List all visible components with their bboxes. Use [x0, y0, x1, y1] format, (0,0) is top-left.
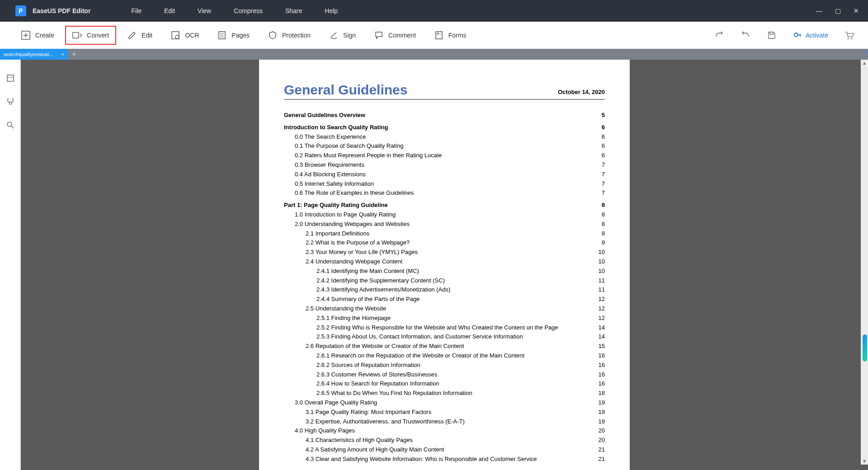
shield-icon: [268, 30, 278, 40]
undo-icon[interactable]: [741, 30, 750, 40]
scroll-up-icon[interactable]: ▲: [862, 61, 867, 66]
convert-button[interactable]: Convert: [65, 26, 116, 45]
close-tab-icon[interactable]: ×: [61, 52, 64, 57]
file-tab[interactable]: searchqualityevaluat... ×: [0, 49, 68, 60]
convert-icon: [72, 30, 82, 40]
toc-page: 19: [591, 417, 605, 427]
toc-page: 7: [591, 188, 605, 198]
toc-line: 2.4.2 Identifying the Supplementary Cont…: [284, 276, 605, 286]
redo-icon[interactable]: [714, 30, 724, 40]
toc-line: 2.4.4 Summary of the Parts of the Page12: [284, 295, 605, 304]
toc-page: 21: [591, 445, 605, 455]
toc-line: 2.4.3 Identifying Advertisements/Monetiz…: [284, 285, 605, 295]
sign-button[interactable]: Sign: [321, 26, 363, 45]
toc-page: 19: [591, 398, 605, 408]
toc-line: 2.6.2 Sources of Reputation Information1…: [284, 361, 605, 370]
comment-button[interactable]: Comment: [367, 26, 423, 45]
menu-file[interactable]: File: [131, 7, 142, 14]
toolbar: Create Convert Edit OCR Pages Protection…: [0, 22, 868, 49]
toc-page: 9: [591, 238, 605, 248]
menubar: File Edit View Compress Share Help: [131, 7, 338, 14]
menu-help[interactable]: Help: [325, 7, 338, 14]
create-button[interactable]: Create: [14, 26, 61, 45]
toc-text: 2.4.1 Identifying the Main Content (MC): [316, 267, 591, 276]
chat-icon: [374, 30, 384, 40]
toc-text: 4.0 High Quality Pages: [295, 426, 591, 436]
toc-text: 2.4 Understanding Webpage Content: [306, 257, 591, 267]
toc-line: 2.6.4 How to Search for Reputation Infor…: [284, 379, 605, 389]
toc-line: 3.1 Page Quality Rating: Most Important …: [284, 408, 605, 417]
menu-view[interactable]: View: [198, 7, 211, 14]
toc-page: 8: [591, 201, 605, 210]
edit-label: Edit: [142, 32, 152, 39]
scrollbar-track[interactable]: [861, 60, 868, 465]
thumbnails-icon[interactable]: [5, 73, 15, 83]
toc-line: 2.1 Important Definitions8: [284, 229, 605, 239]
close-icon[interactable]: ✕: [854, 7, 859, 14]
toc-text: 0.0 The Search Experience: [295, 132, 591, 142]
scrollbar-thumb[interactable]: [863, 334, 867, 362]
pdf-page: General Guidelines October 14, 2020 Gene…: [259, 60, 630, 470]
toc-text: General Guidelines Overview: [284, 111, 591, 120]
activate-label: Activate: [806, 32, 828, 39]
toc-page: 11: [591, 285, 605, 295]
toc-text: 4.3 Clear and Satisfying Website Informa…: [306, 455, 591, 464]
cart-icon[interactable]: [844, 30, 854, 40]
forms-label: Forms: [448, 32, 467, 39]
menu-edit[interactable]: Edit: [164, 7, 175, 14]
toc-line: 2.2 What is the Purpose of a Webpage?9: [284, 238, 605, 248]
minimize-icon[interactable]: —: [816, 7, 822, 14]
toc-text: 2.6.5 What to Do When You Find No Reputa…: [316, 389, 591, 398]
toc-line: 0.0 The Search Experience6: [284, 132, 605, 142]
toc-text: 0.5 Internet Safety Information: [295, 179, 591, 189]
toc-page: 14: [591, 323, 605, 333]
save-icon[interactable]: [767, 30, 777, 40]
toc-page: 10: [591, 248, 605, 257]
plus-icon: [21, 30, 31, 40]
document-canvas[interactable]: General Guidelines October 14, 2020 Gene…: [21, 60, 868, 470]
activate-button[interactable]: Activate: [793, 30, 828, 41]
toc-line: 2.6 Reputation of the Website or Creator…: [284, 342, 605, 351]
window-controls: — ▢ ✕: [816, 7, 863, 14]
edit-button[interactable]: Edit: [120, 26, 160, 45]
toc-page: 8: [591, 229, 605, 239]
toc-text: 2.6 Reputation of the Website or Creator…: [306, 342, 591, 351]
toc-text: 4.2 A Satisfying Amount of High Quality …: [306, 445, 591, 455]
toc-page: 11: [591, 276, 605, 286]
sign-label: Sign: [343, 32, 356, 39]
bookmark-icon[interactable]: [5, 97, 15, 107]
toc-text: 0.6 The Role of Examples in these Guidel…: [295, 188, 591, 198]
svg-rect-11: [437, 33, 439, 34]
scroll-down-icon[interactable]: ▼: [862, 459, 867, 464]
toc-line: 2.4 Understanding Webpage Content10: [284, 257, 605, 267]
toc-text: 0.2 Raters Must Represent People in thei…: [295, 151, 591, 160]
pages-icon: [217, 30, 227, 40]
toc-text: 2.0 Understanding Webpages and Websites: [295, 220, 591, 229]
protection-button[interactable]: Protection: [260, 26, 318, 45]
app-name: EaseUS PDF Editor: [33, 7, 90, 14]
toc-text: 2.6.3 Customer Reviews of Stores/Busines…: [316, 370, 591, 380]
key-icon: [793, 30, 802, 41]
pages-button[interactable]: Pages: [210, 26, 257, 45]
toc-line: 2.5 Understanding the Website12: [284, 304, 605, 314]
pencil-icon: [127, 30, 137, 40]
ocr-button[interactable]: OCR: [163, 26, 206, 45]
title-rule: [284, 99, 605, 100]
toc-text: 2.4.4 Summary of the Parts of the Page: [316, 295, 591, 304]
svg-line-19: [11, 126, 14, 128]
pages-label: Pages: [231, 32, 250, 39]
comment-label: Comment: [388, 32, 416, 39]
menu-share[interactable]: Share: [285, 7, 302, 14]
menu-compress[interactable]: Compress: [234, 7, 263, 14]
toc-line: 2.5.3 Finding About Us, Contact Informat…: [284, 332, 605, 342]
toc-text: 2.5 Understanding the Website: [306, 304, 591, 314]
forms-button[interactable]: Forms: [427, 26, 474, 45]
toolbar-dropdown-icon[interactable]: ▼: [863, 50, 867, 55]
toc-page: 16: [591, 379, 605, 389]
svg-rect-3: [73, 33, 79, 38]
maximize-icon[interactable]: ▢: [835, 7, 841, 14]
protection-label: Protection: [282, 32, 311, 39]
search-icon[interactable]: [5, 120, 15, 130]
svg-point-18: [7, 122, 12, 127]
new-tab-button[interactable]: +: [68, 49, 80, 60]
